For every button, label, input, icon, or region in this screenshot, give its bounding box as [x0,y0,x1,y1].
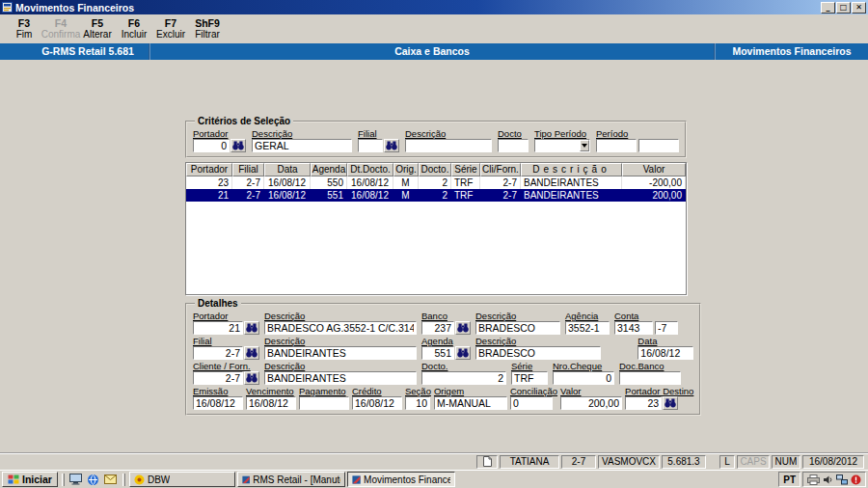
close-button[interactable]: ✕ [852,2,866,14]
detail-data-input[interactable] [638,347,692,359]
taskbar-drag-handle[interactable] [122,474,125,486]
criteria-periodo-from-input[interactable] [597,140,636,151]
detail-agenda-input[interactable] [422,347,453,359]
grid-col-cliforn[interactable]: Cli/Forn. [480,163,521,176]
fim-button[interactable]: F3 Fim [6,16,42,41]
detail-serie-input[interactable] [512,372,547,384]
criteria-portador-search-button[interactable] [231,139,246,152]
task-rms-retail[interactable]: RMS Retail - [Manutenca... [237,472,345,487]
grid-col-filial[interactable]: Filial [232,163,264,176]
minimize-button[interactable]: _ [821,2,835,14]
grid-col-portador[interactable]: Portador [186,163,232,176]
window-title: Movimentos Financeiros [15,2,134,14]
detail-cliente-desc-input[interactable] [265,372,416,384]
quicklaunch-browser-icon[interactable] [86,473,101,487]
detail-vencimento-input[interactable] [247,397,295,409]
detail-agenda-desc-label: Descrição [475,336,601,346]
detail-valor-input[interactable] [561,397,621,409]
detail-banco-input[interactable] [422,322,453,334]
incluir-button[interactable]: F6 Incluir [116,16,152,41]
grid-col-descricao[interactable]: Descrição [521,163,622,176]
detail-vencimento-label: Vencimento [246,386,296,396]
taskbar-drag-handle[interactable] [62,474,65,486]
detail-portador-label: Portador [193,311,259,321]
maximize-button[interactable]: □ [836,2,851,14]
detail-nro-cheque-input[interactable] [554,372,613,384]
volume-icon[interactable] [823,474,833,485]
detail-filial-search-button[interactable] [244,346,259,360]
detail-agenda-desc-input[interactable] [476,347,600,359]
excluir-button[interactable]: F7 Excluir [152,16,189,41]
quicklaunch-mail-icon[interactable] [103,473,119,487]
binoculars-icon [386,141,397,150]
grid-col-agenda[interactable]: Agenda [311,163,347,176]
header-bar: G-RMS Retail 5.681 Caixa e Bancos Movime… [0,43,868,60]
detail-emissao-input[interactable] [194,397,242,409]
cell-orig: M [393,176,419,189]
criteria-docto-input[interactable] [499,140,528,151]
detail-conciliacao-group: Conciliação [510,386,557,410]
detail-cliente-desc-label: Descrição [264,361,417,371]
detail-pagamento-group: Pagamento [299,386,349,410]
detail-conta-field [614,321,653,335]
criteria-portador-input[interactable] [194,140,229,151]
detail-cliente-input[interactable] [194,372,242,384]
task-dbw[interactable]: DBW [129,472,235,487]
grid-row-1[interactable]: 23 2-7 16/08/12 550 16/08/12 M 2 TRF 2-7… [186,176,686,189]
grid-col-orig[interactable]: Orig. [393,163,419,176]
criteria-portador-desc-input[interactable] [253,140,351,151]
criteria-periodo-to-input[interactable] [639,140,678,151]
network-icon[interactable] [836,474,848,485]
task-dbw-label: DBW [148,474,170,485]
detail-credito-input[interactable] [353,397,401,409]
grid-row-2-selected[interactable]: 21 2-7 16/08/12 551 16/08/12 M 2 TRF 2-7… [186,189,686,202]
security-alert-icon[interactable] [851,474,861,485]
task-movimentos-financeiros[interactable]: Movimentos Financeiros [347,472,455,487]
start-button[interactable]: Iniciar [2,472,58,487]
grid-col-valor[interactable]: Valor [622,163,686,176]
criteria-filial-search-button[interactable] [384,139,399,152]
detail-pagamento-input[interactable] [300,397,348,409]
criteria-filial-desc-input[interactable] [406,140,491,151]
detail-agenda-search-button[interactable] [455,346,471,360]
detail-secao-input[interactable] [406,397,429,409]
cell-portador: 21 [186,189,232,202]
language-indicator[interactable]: PT [783,474,796,485]
detail-filial-desc-input[interactable] [265,347,416,359]
grid-col-dtdocto[interactable]: Dt.Docto. [347,163,393,176]
grid-col-serie[interactable]: Série [451,163,480,176]
printer-icon[interactable] [807,474,820,485]
detail-doc-banco-input[interactable] [620,372,680,384]
grid-col-data[interactable]: Data [264,163,311,176]
detail-portador-input[interactable] [194,322,242,334]
detail-agencia-input[interactable] [566,322,609,334]
detail-filial-input[interactable] [194,347,242,359]
detail-portador-destino-input[interactable] [626,397,661,409]
detail-cliente-search-button[interactable] [244,371,259,385]
detail-conciliacao-input[interactable] [511,397,552,409]
detail-conta-input[interactable] [615,322,652,334]
detail-banco-search-button[interactable] [455,321,471,335]
detail-portador-destino-search-button[interactable] [663,396,678,410]
statusbar-user: TATIANA [500,455,559,469]
header-product: G-RMS Retail 5.681 [27,43,149,60]
detail-valor-field [560,396,622,410]
quicklaunch-desktop-icon[interactable] [68,473,84,487]
detail-docto-input[interactable] [422,372,505,384]
tipo-periodo-dropdown-button[interactable] [580,140,589,151]
detail-portador-search-button[interactable] [244,321,259,335]
detail-banco-desc-input[interactable] [476,322,559,334]
cell-agenda: 550 [311,176,347,189]
alterar-button[interactable]: F5 Alterar [79,16,116,41]
filtrar-button[interactable]: ShF9 Filtrar [189,16,226,41]
detail-vencimento-group: Vencimento [246,386,296,410]
criteria-filial-input[interactable] [359,140,382,151]
criteria-tipo-periodo-input[interactable] [535,140,580,151]
filtrar-label: Filtrar [195,29,220,41]
app-icon [2,2,13,13]
grid-col-docto[interactable]: Docto. [419,163,451,176]
detail-conta-digit-input[interactable] [656,322,677,334]
detail-portador-desc-input[interactable] [265,322,416,334]
details-groupbox: Detalhes Portador [185,298,701,416]
detail-origem-input[interactable] [435,397,506,409]
